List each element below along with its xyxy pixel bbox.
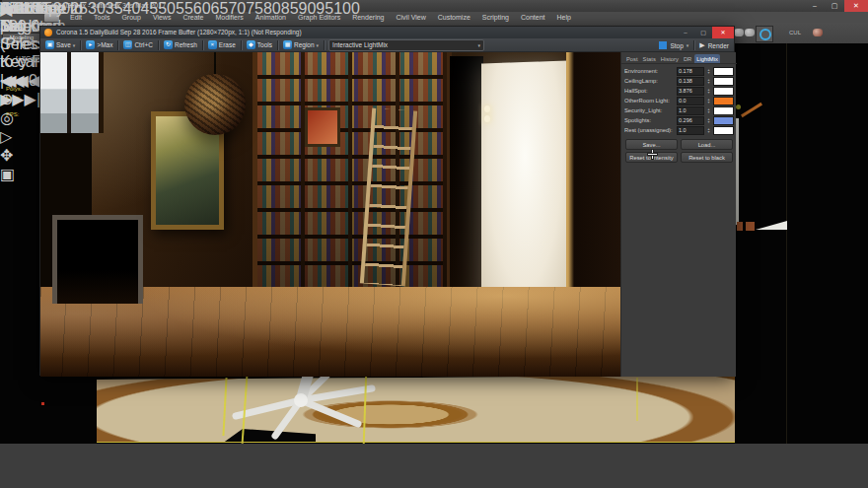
button-label: Ctrl+C [134,41,153,48]
spinner-down-icon[interactable]: ▾ [706,71,711,74]
app-root: LightMix_Tutorial3.max - Autodesk 3ds Ma… [0,0,868,488]
menu-item-scripting[interactable]: Scripting [476,14,515,21]
separator [117,40,118,50]
menu-item-civil-view[interactable]: Civil View [390,14,431,21]
corona-region-button[interactable]: ▦Region▾ [280,39,322,51]
spinner-down-icon[interactable]: ▾ [706,110,711,113]
stop-button[interactable]: Stop [670,42,683,49]
trackbar-tick-label: 90 [299,0,317,17]
color-swatch[interactable] [713,97,734,105]
render-mode-dropdown[interactable]: Interactive LightMix ▾ [328,39,484,51]
color-swatch[interactable] [713,116,734,125]
render-production-icon[interactable] [813,29,823,36]
minimize-button[interactable]: – [805,0,825,12]
spinner[interactable]: ▴▾ [706,107,711,114]
reset-to-black-button[interactable]: Reset to black [681,152,733,163]
menu-item-customize[interactable]: Customize [432,14,476,21]
corona-max-button[interactable]: ▸>Max [83,39,115,51]
light-layer-label: Spotlights: [624,117,675,123]
scene-bookshelf [253,52,452,287]
spinner-down-icon[interactable]: ▾ [706,101,711,104]
light-intensity-field[interactable]: 0.296 [677,116,704,125]
spinner-down-icon[interactable]: ▾ [706,120,711,123]
frame-number-field[interactable]: 0 [29,72,37,89]
corona-ctrlc-button[interactable]: ◫Ctrl+C [120,39,156,51]
separator [158,40,159,50]
light-intensity-field[interactable]: 1.0 [677,106,704,115]
light-intensity-field[interactable]: 0.138 [677,77,704,86]
menu-item-help[interactable]: Help [551,14,577,21]
spinner-down-icon[interactable]: ▾ [706,81,711,84]
color-swatch[interactable] [713,77,734,86]
light-layer-label: OtherRoom Light: [624,98,675,104]
light-layer-label: Rest (unassigned): [624,127,675,133]
corona-close-button[interactable]: ✕ [712,27,734,38]
trackbar-tick-label: 75 [246,0,263,17]
panel-tab-lightmix[interactable]: LightMix [694,54,720,63]
light-intensity-field[interactable]: 3.876 [677,87,704,96]
corona-refresh-button[interactable]: ↻Refresh [161,39,200,51]
separator [277,40,278,50]
spinner[interactable]: ▴▾ [706,98,711,105]
render-frame-icon[interactable] [745,29,755,36]
lightmix-rows: Environment:0.178▴▾CeilingLamp:0.138▴▾Ha… [621,66,737,135]
scene-artwork [305,107,340,147]
load-button[interactable]: Load... [681,139,733,150]
lightmix-row: Rest (unassigned):1.0▴▾ [621,125,737,135]
render-setup-icon[interactable] [734,29,744,36]
corona-save-button[interactable]: ▣Save▾ [42,39,78,51]
mouse-cursor [647,149,658,160]
corona-maximize-button[interactable]: ▢ [694,27,712,38]
scene-hallway [450,56,483,289]
frame-number-spinner[interactable]: ◀◀ 0 [0,71,37,90]
lightmix-row: HallSpot:3.876▴▾ [621,86,737,96]
spinner[interactable]: ▴▾ [706,88,711,95]
corona-render-controls: Stop ▾ ▶ Render [659,39,729,51]
color-swatch[interactable] [713,87,734,96]
stop-icon [659,41,667,49]
spinner-down-icon[interactable]: ▾ [706,91,711,94]
scene-wall-lamp [484,105,490,112]
rendered-frame-window-icon[interactable] [756,26,773,42]
separator [241,40,242,50]
color-swatch[interactable] [713,106,734,115]
panel-tab-post[interactable]: Post [624,54,640,63]
separator [693,40,694,50]
trackbar-tick-label: 55 [176,0,193,17]
close-button[interactable]: ✕ [844,0,868,12]
panel-tab-stats[interactable]: Stats [641,54,658,63]
spinner-arrows-icon[interactable]: ◀◀ [0,72,25,89]
color-swatch[interactable] [713,67,734,76]
chevron-down-icon: ▾ [73,42,76,48]
corona-erase-button[interactable]: ×Erase [205,39,239,51]
render-button[interactable]: Render [708,42,729,49]
spinner[interactable]: ▴▾ [706,127,711,134]
tools-icon: ◆ [247,40,255,49]
save-icon: ▣ [45,40,54,49]
corona-titlebar[interactable]: Corona 1.5 DailyBuild Sep 28 2016 Frame … [40,27,734,38]
render-mode-value: Interactive LightMix [332,41,388,48]
corona-minimize-button[interactable]: – [677,27,694,38]
trackbar-tick-label: 30 [88,0,106,17]
menu-item-content[interactable]: Content [515,14,551,21]
color-swatch[interactable] [713,126,734,135]
light-intensity-field[interactable]: 0.0 [677,97,704,105]
viewport-rug [97,376,735,443]
panel-tab-dr[interactable]: DR [682,54,693,63]
scene-geometry-block [746,222,755,231]
trackbar-tick-label: 80 [263,0,281,17]
spinner[interactable]: ▴▾ [706,117,711,124]
corona-title: Corona 1.5 DailyBuild Sep 28 2016 Frame … [56,27,302,38]
spinner[interactable]: ▴▾ [706,78,711,85]
light-intensity-field[interactable]: 1.0 [677,126,704,135]
light-intensity-field[interactable]: 0.178 [677,67,704,76]
spinner-down-icon[interactable]: ▾ [706,130,711,133]
spinner[interactable]: ▴▾ [706,68,711,75]
panel-tab-history[interactable]: History [659,54,681,63]
maximize-button[interactable]: ▢ [825,0,844,12]
region-icon: ▦ [283,40,292,49]
go-to-end-button[interactable]: ▶▶| [12,91,40,107]
light-layer-label: HallSpot: [624,88,675,94]
corona-tools-button[interactable]: ◆Tools [244,39,275,51]
trackbar-tick-label: 40 [123,0,141,17]
